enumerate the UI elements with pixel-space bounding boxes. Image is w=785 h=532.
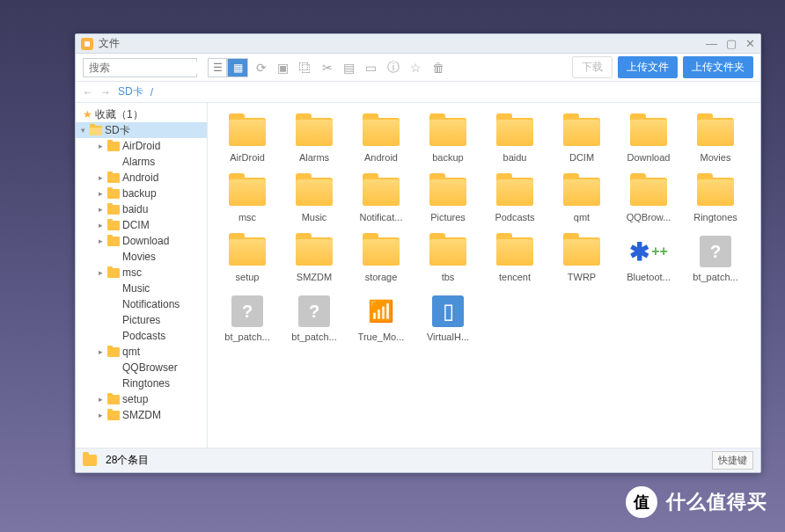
- expand-icon[interactable]: ▸: [97, 268, 105, 277]
- statusbar: 28个条目 快捷键: [76, 448, 760, 472]
- sidebar-item[interactable]: Notifications: [76, 296, 207, 312]
- file-item[interactable]: Android: [350, 117, 412, 163]
- view-toggle: ☰ ▦: [208, 58, 248, 77]
- sidebar-item[interactable]: Music: [76, 281, 207, 296]
- sidebar-favorites[interactable]: ★收藏（1）: [76, 106, 207, 122]
- star-icon[interactable]: ☆: [407, 61, 424, 75]
- file-item[interactable]: Alarms: [283, 117, 345, 163]
- sidebar-item[interactable]: QQBrowser: [76, 360, 207, 375]
- file-item[interactable]: Download: [618, 117, 679, 163]
- upload-folder-button[interactable]: 上传文件夹: [683, 56, 753, 78]
- file-item[interactable]: ?bt_patch...: [283, 296, 345, 342]
- file-item[interactable]: TWRP: [551, 237, 613, 282]
- file-item[interactable]: SMZDM: [283, 237, 345, 282]
- file-item[interactable]: Podcasts: [484, 177, 546, 222]
- breadcrumb-root[interactable]: SD卡: [118, 84, 143, 99]
- file-item[interactable]: Pictures: [417, 177, 479, 222]
- file-name: Ringtones: [693, 212, 737, 222]
- image-icon: ▯: [432, 295, 464, 327]
- file-item[interactable]: backup: [417, 117, 479, 163]
- expand-icon[interactable]: ▸: [97, 205, 105, 214]
- folder-icon: [107, 221, 120, 230]
- file-item[interactable]: DCIM: [551, 117, 613, 163]
- file-item[interactable]: qmt: [551, 177, 613, 222]
- expand-icon[interactable]: ▸: [97, 173, 105, 182]
- sidebar-item[interactable]: ▸backup: [76, 186, 207, 201]
- expand-icon[interactable]: ▸: [97, 142, 105, 150]
- upload-file-button[interactable]: 上传文件: [618, 56, 678, 78]
- minimize-icon[interactable]: —: [706, 37, 717, 50]
- file-name: qmt: [574, 212, 590, 222]
- file-item[interactable]: Notificat...: [350, 177, 412, 222]
- expand-icon[interactable]: ▸: [97, 347, 105, 356]
- paste-icon[interactable]: ▤: [341, 61, 357, 75]
- forward-icon[interactable]: →: [100, 86, 111, 98]
- file-item[interactable]: Ringtones: [685, 177, 746, 222]
- sidebar-item[interactable]: ▸qmt: [76, 344, 207, 360]
- file-item[interactable]: baidu: [484, 117, 546, 163]
- file-item[interactable]: storage: [350, 237, 412, 282]
- file-item[interactable]: tbs: [417, 237, 479, 282]
- file-name: Alarms: [299, 152, 329, 163]
- folder-icon: [107, 189, 120, 199]
- sidebar-item[interactable]: Podcasts: [76, 328, 207, 344]
- grid-view-icon[interactable]: ▦: [228, 59, 247, 77]
- file-item[interactable]: ▯VirtualH...: [417, 296, 479, 342]
- unknown-file-icon: ?: [700, 236, 731, 267]
- file-item[interactable]: tencent: [484, 237, 546, 282]
- file-item[interactable]: QQBrow...: [618, 177, 679, 222]
- delete-icon[interactable]: 🗑: [429, 61, 447, 75]
- sidebar-item[interactable]: ▸DCIM: [76, 217, 207, 233]
- file-name: VirtualH...: [427, 332, 469, 342]
- sidebar-item[interactable]: ▸Android: [76, 170, 207, 186]
- file-item[interactable]: AirDroid: [216, 117, 278, 163]
- new-folder-icon[interactable]: ▣: [275, 61, 291, 75]
- sidebar-item[interactable]: ▸AirDroid: [76, 138, 207, 154]
- sidebar-item[interactable]: Pictures: [76, 312, 207, 328]
- file-item[interactable]: ✱++Bluetoot...: [618, 237, 679, 282]
- file-item[interactable]: setup: [216, 237, 278, 282]
- folder-icon: [563, 178, 600, 206]
- close-icon[interactable]: ✕: [745, 37, 755, 50]
- file-item[interactable]: ?bt_patch...: [216, 296, 278, 342]
- folder-icon: [107, 173, 120, 183]
- file-name: Podcasts: [495, 212, 534, 222]
- sidebar-item[interactable]: Movies: [76, 249, 207, 265]
- file-item[interactable]: Movies: [685, 117, 746, 163]
- sidebar-item[interactable]: ▸setup: [76, 391, 207, 407]
- rename-icon[interactable]: ▭: [363, 61, 379, 75]
- expand-icon[interactable]: ▸: [97, 189, 105, 198]
- sidebar-item[interactable]: Alarms: [76, 154, 207, 170]
- file-name: bt_patch...: [693, 272, 737, 282]
- sidebar-item[interactable]: ▸baidu: [76, 201, 207, 217]
- sidebar-item[interactable]: ▸Download: [76, 233, 207, 249]
- search-input[interactable]: [84, 62, 226, 74]
- sidebar-item[interactable]: ▸msc: [76, 265, 207, 281]
- search-box[interactable]: 🔍: [83, 58, 197, 77]
- expand-icon[interactable]: ▸: [97, 411, 105, 419]
- cut-icon[interactable]: ✂: [319, 61, 335, 75]
- file-item[interactable]: ?bt_patch...: [685, 237, 746, 282]
- expand-icon[interactable]: ▸: [97, 395, 105, 404]
- expand-icon[interactable]: ▸: [97, 221, 105, 230]
- maximize-icon[interactable]: ▢: [726, 37, 737, 50]
- refresh-icon[interactable]: ⟳: [253, 61, 269, 75]
- download-button[interactable]: 下载: [572, 56, 613, 78]
- file-item[interactable]: msc: [216, 177, 278, 222]
- copy-icon[interactable]: ⿻: [297, 61, 314, 75]
- sidebar-root[interactable]: ▾SD卡: [76, 122, 207, 138]
- info-icon[interactable]: ⓘ: [385, 60, 402, 76]
- expand-icon[interactable]: ▸: [97, 237, 105, 245]
- sidebar: ★收藏（1）▾SD卡▸AirDroidAlarms▸Android▸backup…: [76, 103, 208, 448]
- hotkey-button[interactable]: 快捷键: [712, 451, 753, 470]
- folder-icon: [107, 411, 120, 420]
- list-view-icon[interactable]: ☰: [209, 59, 228, 77]
- collapse-icon[interactable]: ▾: [79, 126, 87, 135]
- back-icon[interactable]: ←: [83, 86, 93, 98]
- file-item[interactable]: 📶True_Mo...: [350, 296, 412, 342]
- sidebar-item[interactable]: ▸SMZDM: [76, 407, 207, 423]
- file-name: DCIM: [569, 152, 594, 163]
- sidebar-item[interactable]: Ringtones: [76, 375, 207, 391]
- folder-icon: [90, 126, 102, 135]
- file-item[interactable]: Music: [283, 177, 345, 222]
